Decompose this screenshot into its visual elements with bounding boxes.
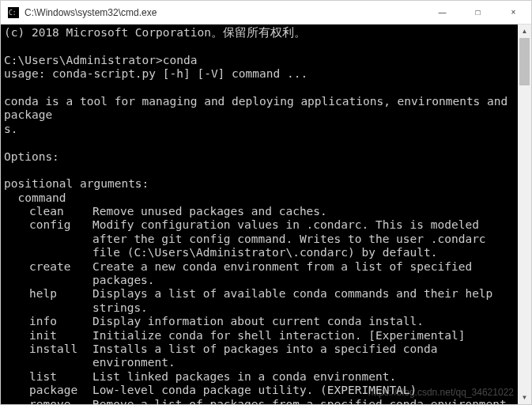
command-row-cont: packages. [4, 274, 515, 287]
command-desc: Create a new conda environment from a li… [92, 260, 515, 274]
command-desc: Initialize conda for shell interaction. … [92, 329, 515, 343]
command-desc: Installs a list of packages into a speci… [92, 343, 515, 356]
terminal-line: s. [4, 123, 515, 136]
command-row: packageLow-level conda package utility. … [4, 384, 515, 397]
command-name: config [4, 218, 92, 232]
command-name: remove [4, 398, 92, 404]
terminal-line: (c) 2018 Microsoft Corporation。保留所有权利。 [4, 26, 515, 40]
command-desc: environment. [92, 356, 515, 369]
command-row: initInitialize conda for shell interacti… [4, 329, 515, 343]
command-row: createCreate a new conda environment fro… [4, 260, 515, 274]
command-desc: List linked packages in a conda environm… [92, 370, 515, 384]
command-typed: conda [163, 54, 198, 66]
command-desc: Remove a list of packages from a specifi… [92, 398, 515, 404]
command-desc: file (C:\Users\Administrator\.condarc) b… [92, 246, 515, 259]
terminal-line [4, 40, 515, 53]
command-row-cont: environment. [4, 356, 515, 369]
command-name: init [4, 329, 92, 343]
command-desc: strings. [92, 301, 515, 315]
terminal-line: C:\Users\Administrator>conda [4, 54, 515, 67]
terminal-line: conda is a tool for managing and deployi… [4, 95, 515, 123]
command-name: install [4, 343, 92, 356]
command-name: info [4, 315, 92, 328]
command-desc: packages. [92, 274, 515, 287]
command-row-cont: file (C:\Users\Administrator\.condarc) b… [4, 246, 515, 259]
terminal-line [4, 136, 515, 150]
terminal-area: (c) 2018 Microsoft Corporation。保留所有权利。 C… [1, 25, 531, 404]
terminal-line [4, 81, 515, 95]
cmd-window: C: C:\Windows\system32\cmd.exe — □ × (c)… [0, 0, 532, 405]
scroll-track[interactable] [518, 38, 531, 391]
command-desc: Displays a list of available conda comma… [92, 287, 515, 301]
terminal-line: usage: conda-script.py [-h] [-V] command… [4, 67, 515, 81]
command-row-cont: strings. [4, 301, 515, 315]
command-name: list [4, 370, 92, 384]
command-desc: after the git config command. Writes to … [92, 233, 515, 246]
terminal-line [4, 164, 515, 177]
command-desc: Modify configuration values in .condarc.… [92, 218, 515, 232]
svg-text:C:: C: [9, 9, 17, 17]
maximize-button[interactable]: □ [460, 1, 496, 24]
prompt: C:\Users\Administrator> [4, 54, 163, 66]
terminal-line: command [4, 191, 515, 205]
close-button[interactable]: × [496, 1, 531, 24]
command-row-cont: after the git config command. Writes to … [4, 233, 515, 246]
command-name: help [4, 287, 92, 301]
scroll-thumb[interactable] [519, 38, 530, 85]
scroll-up-button[interactable]: ▲ [518, 25, 531, 38]
command-row: configModify configuration values in .co… [4, 218, 515, 232]
command-row: listList linked packages in a conda envi… [4, 370, 515, 384]
command-row: removeRemove a list of packages from a s… [4, 398, 515, 404]
terminal-line: positional arguments: [4, 177, 515, 191]
terminal-output[interactable]: (c) 2018 Microsoft Corporation。保留所有权利。 C… [1, 25, 518, 404]
command-row: installInstalls a list of packages into … [4, 343, 515, 356]
cmd-icon: C: [7, 6, 20, 19]
command-name: package [4, 384, 92, 397]
command-name: clean [4, 205, 92, 218]
window-controls: — □ × [424, 1, 531, 24]
command-desc: Display information about current conda … [92, 315, 515, 328]
command-desc: Remove unused packages and caches. [92, 205, 515, 218]
window-title: C:\Windows\system32\cmd.exe [25, 7, 424, 18]
command-row: cleanRemove unused packages and caches. [4, 205, 515, 218]
command-row: infoDisplay information about current co… [4, 315, 515, 328]
command-name: create [4, 260, 92, 274]
scroll-down-button[interactable]: ▼ [518, 391, 531, 404]
scrollbar: ▲ ▼ [518, 25, 531, 404]
command-desc: Low-level conda package utility. (EXPERI… [92, 384, 515, 397]
titlebar[interactable]: C: C:\Windows\system32\cmd.exe — □ × [1, 1, 531, 25]
command-row: helpDisplays a list of available conda c… [4, 287, 515, 301]
terminal-line: Options: [4, 150, 515, 164]
minimize-button[interactable]: — [424, 1, 460, 24]
